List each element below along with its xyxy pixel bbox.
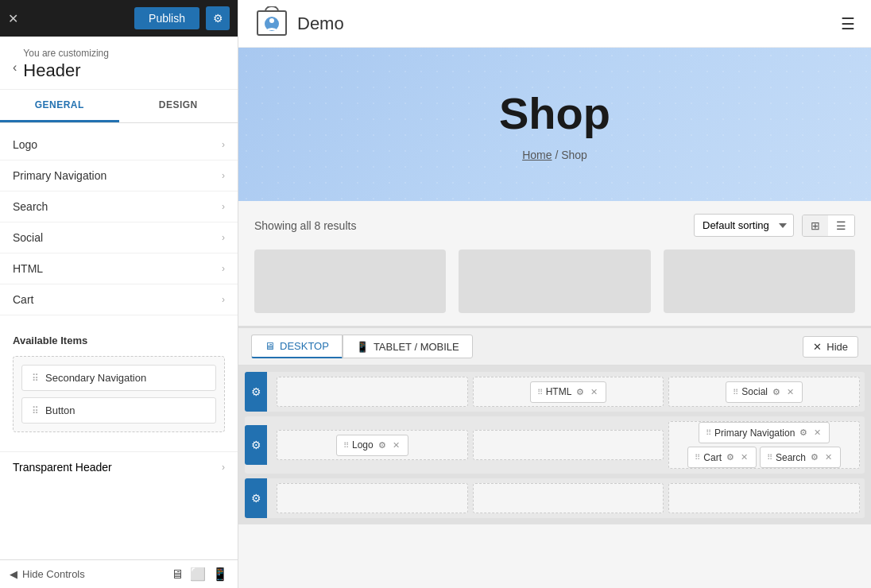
chevron-right-icon: › [222,263,225,274]
transparent-header-label: Transparent Header [13,461,112,474]
back-button[interactable]: ‹ [13,60,17,75]
menu-item-social-label: Social [13,231,43,244]
cart-widget[interactable]: ⠿ Cart ⚙ ✕ [687,447,757,468]
shop-title: Shop [254,87,855,139]
desktop-tab-label: DESKTOP [280,340,329,352]
tabs-row: GENERAL DESIGN [0,90,238,123]
close-button[interactable]: ✕ [8,11,18,26]
primary-navigation-widget[interactable]: ⠿ Primary Navigation ⚙ ✕ [699,422,830,443]
right-panel: Demo ☰ Shop Home / Shop Showing all 8 re… [238,0,871,588]
product-placeholder-3 [664,250,855,313]
tab-desktop[interactable]: 🖥 DESKTOP [251,335,343,358]
breadcrumb-home-link[interactable]: Home [522,149,552,161]
header-info: ‹ You are customizing Header [0,37,238,90]
menu-item-logo[interactable]: Logo › [0,130,238,161]
row-3-zone-left [277,483,468,513]
tablet-device-button[interactable]: ⬜ [190,567,206,582]
available-items-container: ⠿ Secondary Navigation ⠿ Button [13,356,225,432]
search-widget[interactable]: ⠿ Search ⚙ ✕ [760,447,841,468]
search-remove[interactable]: ✕ [823,451,834,463]
tab-general[interactable]: GENERAL [0,90,119,122]
product-placeholder-2 [459,250,650,313]
times-icon: ✕ [813,341,822,353]
primary-nav-widget-label: Primary Navigation [714,427,795,439]
preview-header: Demo ☰ [238,0,871,48]
desktop-device-button[interactable]: 🖥 [171,567,184,582]
html-widget-label: HTML [546,386,572,397]
row-3-zone-right [668,483,860,513]
primary-nav-remove[interactable]: ✕ [812,427,823,439]
row-1-zone-center: ⠿ HTML ⚙ ✕ [473,377,664,407]
cart-settings[interactable]: ⚙ [725,451,736,463]
shop-toolbar: Showing all 8 results Default sorting ⊞ … [238,201,871,250]
row-1-settings-button[interactable]: ⚙ [245,372,267,412]
row-3-settings-button[interactable]: ⚙ [245,478,267,518]
search-settings[interactable]: ⚙ [809,451,820,463]
customizing-title: Header [23,60,109,81]
publish-area: Publish ⚙ [134,6,230,30]
device-icons: 🖥 ⬜ 📱 [171,567,228,582]
tablet-tab-label: TABLET / MOBILE [374,341,459,353]
builder-rows: ⚙ ⠿ HTML ⚙ ✕ [238,366,871,524]
primary-nav-settings[interactable]: ⚙ [798,427,809,439]
available-items-section: Available Items ⠿ Secondary Navigation ⠿… [0,322,238,445]
html-widget[interactable]: ⠿ HTML ⚙ ✕ [530,381,607,403]
html-widget-settings[interactable]: ⚙ [575,386,586,398]
menu-item-html-label: HTML [13,262,43,275]
menu-item-primary-navigation-label: Primary Navigation [13,169,106,182]
header-info-text: You are customizing Header [23,48,109,81]
top-bar: ✕ Publish ⚙ [0,0,238,37]
hide-button[interactable]: ✕ Hide [803,336,858,358]
logo-widget[interactable]: ⠿ Logo ⚙ ✕ [336,435,408,456]
sort-select[interactable]: Default sorting [694,214,794,237]
logo-widget-remove[interactable]: ✕ [391,439,401,451]
publish-button[interactable]: Publish [134,7,199,29]
secondary-navigation-label: Secondary Navigation [45,372,146,384]
row-2-settings-button[interactable]: ⚙ [245,425,267,465]
hide-controls-button[interactable]: ◀ Hide Controls [10,568,85,580]
customizing-label: You are customizing [23,48,109,59]
logo-icon [254,6,289,41]
hamburger-icon[interactable]: ☰ [841,14,855,33]
chevron-right-icon: › [222,294,225,305]
social-widget[interactable]: ⠿ Social ⚙ ✕ [726,381,803,403]
logo-widget-settings[interactable]: ⚙ [377,439,388,451]
grid-view-button[interactable]: ⊞ [803,215,828,236]
drag-icon: ⠿ [343,441,349,450]
cart-remove[interactable]: ✕ [739,451,749,463]
row-1-zone-left [277,377,468,407]
settings-button[interactable]: ⚙ [206,6,230,30]
builder-row-3: ⚙ [245,478,865,518]
menu-item-search[interactable]: Search › [0,191,238,222]
html-widget-remove[interactable]: ✕ [589,386,599,398]
shop-hero: Shop Home / Shop [238,48,871,201]
menu-item-cart[interactable]: Cart › [0,284,238,315]
draggable-secondary-navigation[interactable]: ⠿ Secondary Navigation [21,365,216,391]
drag-handle-icon: ⠿ [32,373,39,384]
social-widget-remove[interactable]: ✕ [785,386,796,398]
menu-item-search-label: Search [13,200,48,213]
bottom-bar: ◀ Hide Controls 🖥 ⬜ 📱 [0,559,238,588]
mobile-device-button[interactable]: 📱 [212,567,228,582]
breadcrumb-separator: / [555,149,561,161]
menu-items: Logo › Primary Navigation › Search › Soc… [0,123,238,322]
menu-item-primary-navigation[interactable]: Primary Navigation › [0,161,238,191]
builder-tabs: 🖥 DESKTOP 📱 TABLET / MOBILE ✕ Hide [238,328,871,366]
transparent-header-item[interactable]: Transparent Header › [0,451,238,482]
row-2-zone-center [473,430,664,460]
tab-tablet-mobile[interactable]: 📱 TABLET / MOBILE [343,335,473,358]
draggable-button[interactable]: ⠿ Button [21,397,216,424]
available-items-title: Available Items [13,335,225,346]
breadcrumb-current: Shop [561,149,587,161]
row-3-zone-center [473,483,664,513]
drag-icon: ⠿ [706,428,711,437]
chevron-right-icon: › [222,462,225,473]
social-widget-settings[interactable]: ⚙ [771,386,782,398]
product-placeholder-1 [254,250,446,313]
menu-item-html[interactable]: HTML › [0,253,238,284]
tab-design[interactable]: DESIGN [119,90,238,122]
builder-area: 🖥 DESKTOP 📱 TABLET / MOBILE ✕ Hide [238,326,871,524]
menu-item-cart-label: Cart [13,293,33,306]
list-view-button[interactable]: ☰ [828,215,854,236]
menu-item-social[interactable]: Social › [0,222,238,253]
